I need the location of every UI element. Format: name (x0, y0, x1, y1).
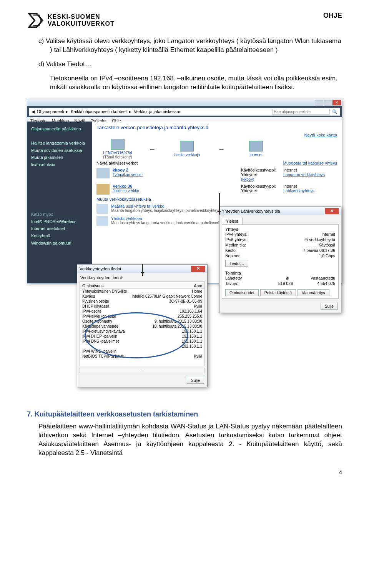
close-button[interactable]: Sulje (187, 377, 204, 384)
sidebar-heading: Ohjauspaneelin pääikkuna (31, 125, 88, 133)
sidebar-link[interactable]: Windowsin palomuuri (31, 240, 88, 247)
breadcrumb[interactable]: ◀ Ohjauspaneeli ▸ Kaikki ohjauspaneelin … (29, 108, 340, 116)
diagnose-button[interactable]: Vianmääritys (298, 289, 329, 296)
network-item: Verkko 36Julkinen verkko Käyttöoikeustyy… (96, 184, 337, 195)
sidebar-link[interactable]: Intel® PROSet/Wireless (31, 218, 88, 225)
network-name[interactable]: Verkko 36 (113, 184, 132, 188)
close-button[interactable]: Sulje (321, 303, 338, 310)
sidebar: Ohjauspaneelin pääikkuna Hallitse langat… (27, 122, 92, 283)
titlebar: —☐✕ (27, 99, 342, 106)
close-icon[interactable]: ✕ (325, 208, 339, 214)
section-7-title: 7. Kuitupäätelaitteen verkkoasetusten ta… (27, 410, 342, 418)
computer-icon (111, 139, 125, 150)
paragraph: Tietokoneella on IPv4 –osoitteena 192.16… (27, 74, 342, 92)
logo-line1: KESKI-SUOMEN (48, 13, 115, 20)
bytes-sent: 519 026 (266, 281, 293, 286)
network-type[interactable]: Julkinen verkko (113, 189, 139, 193)
device-this-pc: LENOVO169754(Tämä tietokone) (96, 139, 139, 159)
network-type[interactable]: Työpaikan verkko (113, 173, 143, 177)
list-item-c: c) Valitse käytössä oleva verkkoyhteys, … (27, 37, 342, 55)
sidebar-link[interactable]: Muuta jakamisen lisäasetuksia (31, 154, 88, 168)
logo: KESKI-SUOMEN VALOKUITUVERKOT (27, 12, 115, 29)
group-label: Toiminta (225, 271, 335, 275)
change-settings-label: Muuta verkkokäyttöasetuksia (96, 197, 337, 202)
device-networks: Useita verkkoja (166, 141, 208, 157)
dialog-title: Verkkoyhteyden tiedot (80, 267, 121, 271)
tab-general[interactable]: Yleiset (222, 218, 243, 224)
logo-line2: VALOKUITUVERKOT (48, 20, 115, 27)
sidebar-link[interactable]: Kotiryhmä (31, 232, 88, 240)
connect-disconnect-link[interactable]: Muodosta tai katkaise yhteys (283, 161, 337, 165)
active-networks-label: Näytä aktiiviset verkot (96, 161, 138, 165)
dialog-connection-status: Yhteyden Lähiverkkoyhteys tila✕ Yleiset … (219, 207, 341, 313)
list-item-d: d) Valitse Tiedot… (27, 60, 342, 69)
show-map-link[interactable]: Näytä koko kartta (304, 133, 337, 137)
logo-icon (27, 12, 45, 29)
activity-icon: 🖥 (281, 276, 293, 280)
crumb[interactable]: Verkko- ja jakamiskeskus (134, 109, 181, 114)
annotation-arrow (219, 193, 220, 215)
work-network-icon (96, 168, 110, 178)
sidebar-link[interactable]: Hallitse langattomia verkkoja (31, 140, 88, 147)
network-item: kkpoy 2Työpaikan verkko Käyttöoikeustyyp… (96, 168, 337, 182)
disable-button[interactable]: Poista käytöstä (260, 289, 296, 296)
network-name[interactable]: kkpoy 2 (113, 168, 128, 172)
close-icon[interactable]: ✕ (191, 266, 205, 272)
page-header-label: OHJE (323, 12, 342, 20)
public-network-icon (96, 184, 110, 195)
annotation-arrow (142, 264, 143, 276)
sidebar-link[interactable]: Muuta sovittimen asetuksia (31, 147, 88, 154)
connection-link[interactable]: Lähiverkkoyhteys (283, 188, 314, 193)
globe-icon (249, 141, 263, 152)
section-7-paragraph: Päätelaitteen www-hallintaliittymän kohd… (27, 422, 342, 458)
bytes-received: 4 554 025 (293, 281, 335, 286)
crumb[interactable]: Ohjauspaneeli (37, 109, 64, 114)
property-list: OminaisuusArvo Yhteyskohtainen DNS-liite… (80, 282, 205, 366)
dialog-connection-details: Verkkoyhteyden tiedot✕ Verkkoyhteyden ti… (77, 264, 208, 387)
new-connection-icon (96, 204, 108, 214)
close-button[interactable]: ✕ (332, 100, 341, 105)
main-heading: Tarkastele verkon perustietoja ja määrit… (96, 125, 337, 130)
page-number: 4 (27, 469, 342, 475)
device-internet: Internet (235, 141, 277, 157)
search-input[interactable] (272, 109, 330, 115)
network-icon (180, 141, 194, 152)
back-icon[interactable]: ◀ (32, 109, 35, 114)
details-button[interactable]: Tiedot... (225, 260, 248, 267)
connect-icon (96, 216, 108, 226)
properties-button[interactable]: Ominaisuudet (225, 289, 259, 296)
group-label: Yhteys (225, 227, 335, 232)
sidebar-heading: Katso myös (31, 211, 88, 218)
sidebar-link[interactable]: Internet-asetukset (31, 225, 88, 232)
crumb[interactable]: Kaikki ohjauspaneelin kohteet (71, 109, 127, 114)
screenshot-composite: —☐✕ ◀ Ohjauspaneeli ▸ Kaikki ohjauspanee… (27, 99, 342, 399)
max-button[interactable]: ☐ (324, 100, 332, 105)
search-icon[interactable]: 🔍 (332, 109, 337, 114)
min-button[interactable]: — (315, 100, 323, 105)
dialog-title: Yhteyden Lähiverkkoyhteys tila (222, 209, 280, 213)
